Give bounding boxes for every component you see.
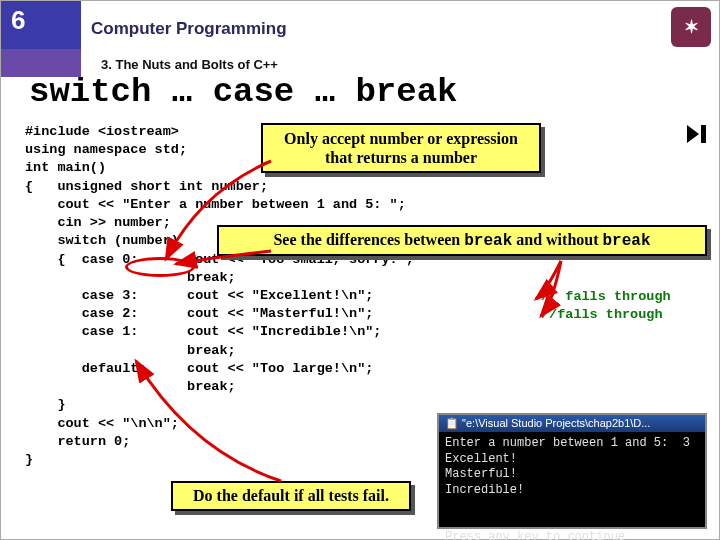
callout-break-difference: See the differences between break and wi… xyxy=(217,225,707,256)
co3-text: Do the default if all tests fail. xyxy=(193,487,389,504)
callout-default: Do the default if all tests fail. xyxy=(171,481,411,511)
slide: 6 ✶ Computer Programming 3. The Nuts and… xyxy=(0,0,720,540)
callout1-line2: that returns a number xyxy=(325,149,477,166)
section-label: 3. The Nuts and Bolts of C++ xyxy=(101,57,278,72)
co2-pre: See the differences between xyxy=(273,231,464,248)
slide-number: 6 xyxy=(11,5,25,35)
slide-title: switch … case … break xyxy=(29,73,457,111)
console-output: Enter a number between 1 and 5: 3 Excell… xyxy=(439,432,705,540)
co2-mid: and without xyxy=(512,231,602,248)
console-window: 📋 "e:\Visual Studio Projects\chap2b1\D..… xyxy=(437,413,707,529)
slide-number-box: 6 xyxy=(1,1,81,49)
co2-m2: break xyxy=(603,232,651,250)
institution-logo: ✶ xyxy=(671,7,711,47)
console-titlebar: 📋 "e:\Visual Studio Projects\chap2b1\D..… xyxy=(439,415,705,432)
comment-falls-through-1: // falls through xyxy=(541,289,671,304)
comment-falls-through-2: //falls through xyxy=(541,307,663,322)
console-title-text: "e:\Visual Studio Projects\chap2b1\D... xyxy=(462,417,650,429)
course-title: Computer Programming xyxy=(91,19,287,39)
co2-m1: break xyxy=(464,232,512,250)
callout-number-type: Only accept number or expression that re… xyxy=(261,123,541,173)
red-oval-annotation xyxy=(125,257,195,277)
callout1-line1: Only accept number or expression xyxy=(284,130,518,147)
logo-glyph: ✶ xyxy=(684,16,699,38)
